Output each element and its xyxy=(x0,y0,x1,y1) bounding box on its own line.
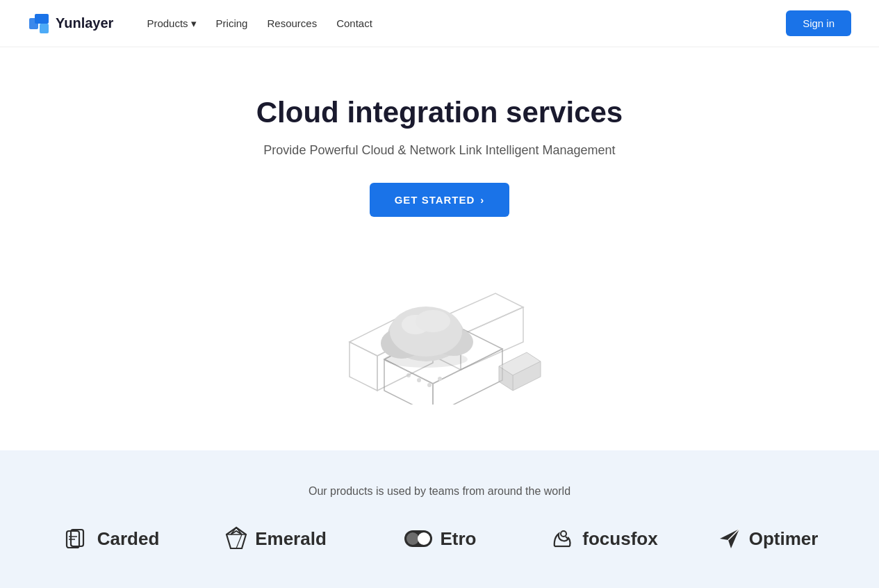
etro-name: Etro xyxy=(441,528,477,550)
partner-emerald: Emerald xyxy=(194,525,358,552)
chevron-down-icon: ▾ xyxy=(191,17,197,30)
arrow-right-icon: › xyxy=(480,194,484,206)
partner-optimer: Optimer xyxy=(686,526,850,551)
cloud-illustration xyxy=(294,252,586,405)
cloud-svg xyxy=(294,252,586,405)
logo[interactable]: Yunlayer xyxy=(28,13,113,35)
logo-icon xyxy=(28,13,50,35)
sign-in-button[interactable]: Sign in xyxy=(786,10,851,36)
partners-section: Our products is used by teams from aroun… xyxy=(0,450,879,588)
nav-contact[interactable]: Contact xyxy=(328,12,381,35)
svg-point-22 xyxy=(561,531,566,537)
svg-point-5 xyxy=(427,383,432,387)
optimer-icon xyxy=(717,526,742,551)
partners-logos: Carded Emerald xyxy=(30,525,850,552)
svg-point-3 xyxy=(406,373,411,377)
optimer-name: Optimer xyxy=(749,528,819,550)
logo-text: Yunlayer xyxy=(56,15,113,31)
svg-point-20 xyxy=(406,532,419,545)
emerald-name: Emerald xyxy=(255,528,327,550)
focusfox-name: focusfox xyxy=(582,528,657,550)
svg-point-4 xyxy=(417,378,421,382)
svg-rect-1 xyxy=(35,14,49,24)
hero-title: Cloud integration services xyxy=(256,96,623,129)
partner-carded: Carded xyxy=(30,525,194,552)
svg-point-21 xyxy=(418,532,430,545)
svg-point-6 xyxy=(438,377,442,381)
partners-title: Our products is used by teams from aroun… xyxy=(309,485,570,498)
hero-section: Cloud integration services Provide Power… xyxy=(0,47,879,450)
partner-focusfox: focusfox xyxy=(522,525,686,552)
svg-point-13 xyxy=(416,310,450,332)
etro-icon xyxy=(403,529,434,548)
partner-etro: Etro xyxy=(358,528,522,550)
svg-rect-2 xyxy=(40,24,49,33)
navbar: Yunlayer Products ▾ Pricing Resources Co… xyxy=(0,0,879,47)
nav-links: Products ▾ Pricing Resources Contact xyxy=(138,12,786,35)
svg-rect-15 xyxy=(71,530,83,546)
carded-name: Carded xyxy=(97,528,160,550)
carded-icon xyxy=(64,525,90,552)
nav-products[interactable]: Products ▾ xyxy=(138,12,204,35)
nav-pricing[interactable]: Pricing xyxy=(208,12,256,35)
get-started-button[interactable]: GET STARTED › xyxy=(370,183,510,217)
focusfox-icon xyxy=(549,525,575,552)
nav-resources[interactable]: Resources xyxy=(258,12,325,35)
emerald-icon xyxy=(224,525,248,552)
hero-subtitle: Provide Powerful Cloud & Network Link In… xyxy=(263,143,615,158)
